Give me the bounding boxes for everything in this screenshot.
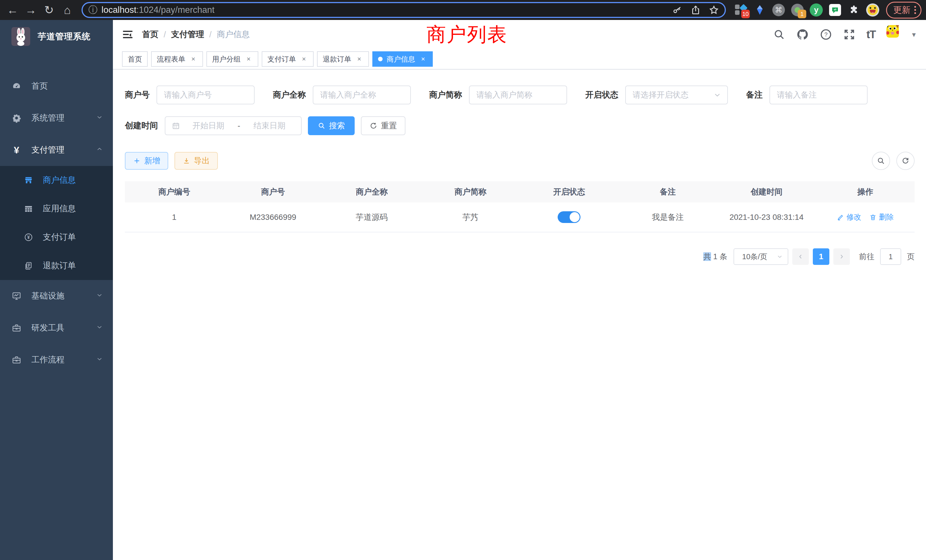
tab-home[interactable]: 首页 (122, 51, 148, 67)
browser-menu-icon[interactable] (914, 6, 916, 14)
close-icon[interactable]: × (300, 55, 308, 63)
document-copy-icon (23, 260, 34, 271)
sidebar-item-merchant-info[interactable]: 商户信息 (0, 166, 113, 194)
export-button[interactable]: 导出 (174, 152, 218, 170)
close-icon[interactable]: × (355, 55, 363, 63)
address-bar[interactable]: ⓘ localhost:1024/pay/merchant (82, 2, 726, 18)
close-icon[interactable]: × (189, 55, 197, 63)
search-button[interactable]: 搜索 (308, 117, 355, 135)
start-date-placeholder: 开始日期 (183, 120, 233, 131)
tab-pay-order[interactable]: 支付订单 × (262, 51, 313, 67)
refresh-icon (369, 122, 377, 130)
pencil-icon (837, 213, 844, 221)
tab-process-form[interactable]: 流程表单 × (151, 51, 203, 67)
goto-unit: 页 (907, 251, 915, 262)
grid-table-icon (23, 204, 34, 214)
breadcrumb-separator: / (209, 30, 212, 39)
remark-input[interactable] (770, 86, 867, 104)
sidebar-item-workflow[interactable]: 工作流程 (0, 344, 113, 376)
chevron-left-icon (797, 253, 804, 260)
merchant-no-input[interactable] (156, 86, 254, 104)
filter-label-create-time: 创建时间 (125, 120, 158, 132)
add-button[interactable]: 新增 (125, 152, 168, 170)
monitor-chart-icon (11, 291, 22, 301)
browser-back-icon[interactable]: ← (5, 2, 21, 18)
goto-page-input[interactable] (880, 248, 901, 265)
extension-yuque-icon[interactable]: y (809, 3, 823, 17)
chevron-down-icon (713, 91, 722, 99)
sidebar-item-home[interactable]: 首页 (0, 70, 113, 102)
url-text[interactable]: localhost:1024/pay/merchant (101, 5, 214, 15)
cell-created-at: 2021-10-23 08:31:14 (717, 203, 816, 232)
search-icon[interactable] (773, 28, 785, 41)
app-logo[interactable]: 芋道管理系统 (0, 20, 113, 53)
full-name-input[interactable] (313, 86, 411, 104)
tab-merchant-info[interactable]: 商户信息 × (372, 51, 433, 67)
sidebar-item-refund-order[interactable]: 退款订单 (0, 251, 113, 280)
sidebar-menu: 首页 系统管理 ¥ 支付管理 (0, 70, 113, 376)
y-glyph: y (814, 5, 819, 15)
cell-short-name: 芋艿 (421, 203, 520, 232)
extensions-puzzle-icon[interactable] (847, 3, 861, 17)
sidebar-item-label: 商户信息 (43, 174, 76, 186)
sidebar-item-pay[interactable]: ¥ 支付管理 (0, 134, 113, 166)
extensions-strip: 10 ⌘ 1 y (732, 3, 882, 17)
github-icon[interactable] (796, 28, 809, 41)
browser-home-icon[interactable]: ⌂ (59, 2, 75, 18)
yen-icon: ¥ (11, 145, 22, 155)
page-number-1[interactable]: 1 (813, 248, 829, 265)
browser-forward-icon[interactable]: → (23, 2, 39, 18)
extension-status-icon[interactable]: 1 (791, 3, 804, 17)
close-icon[interactable]: × (245, 55, 253, 63)
extension-command-icon[interactable]: ⌘ (772, 3, 785, 17)
browser-update-button[interactable]: 更新 (886, 2, 921, 18)
command-glyph: ⌘ (775, 6, 782, 15)
extension-chat-icon[interactable] (829, 3, 841, 17)
chevron-down-icon (96, 291, 103, 301)
password-key-icon[interactable] (672, 5, 682, 15)
store-icon (23, 175, 34, 185)
user-avatar[interactable] (887, 25, 905, 44)
tab-user-group[interactable]: 用户分组 × (206, 51, 258, 67)
status-toggle[interactable] (558, 211, 581, 223)
short-name-input[interactable] (469, 86, 567, 104)
edit-button[interactable]: 修改 (837, 212, 861, 222)
sidebar-item-infra[interactable]: 基础设施 (0, 280, 113, 312)
help-icon[interactable]: ? (820, 28, 832, 41)
col-remark: 备注 (618, 182, 717, 203)
page-size-select[interactable]: 10条/页 (734, 248, 788, 265)
sidebar-item-app-info[interactable]: 应用信息 (0, 194, 113, 223)
sidebar-item-dev-tools[interactable]: 研发工具 (0, 312, 113, 344)
refresh-table-button[interactable] (896, 152, 915, 170)
next-page-button[interactable] (833, 248, 850, 265)
hamburger-icon[interactable] (121, 28, 134, 41)
filter-label-merchant-no: 商户号 (125, 89, 150, 101)
caret-down-icon[interactable]: ▾ (912, 30, 916, 39)
sidebar-item-system[interactable]: 系统管理 (0, 102, 113, 134)
browser-reload-icon[interactable]: ↻ (41, 2, 57, 18)
share-icon[interactable] (690, 5, 701, 15)
status-select[interactable]: 请选择开启状态 (625, 86, 728, 104)
reset-button-label: 重置 (381, 120, 397, 131)
reset-button[interactable]: 重置 (361, 117, 406, 135)
chevron-down-icon (96, 114, 103, 123)
edit-label: 修改 (846, 212, 861, 222)
bookmark-star-icon[interactable] (709, 5, 719, 15)
font-size-icon[interactable]: tT (866, 29, 876, 41)
fullscreen-icon[interactable] (843, 28, 856, 41)
close-icon[interactable]: × (419, 55, 427, 63)
sidebar-item-pay-order[interactable]: ¥ 支付订单 (0, 223, 113, 251)
breadcrumb-pay[interactable]: 支付管理 (171, 29, 204, 40)
filter-label-status: 开启状态 (585, 89, 618, 101)
prev-page-button[interactable] (792, 248, 809, 265)
toggle-search-button[interactable] (872, 152, 890, 170)
extension-emoji-icon[interactable] (866, 3, 879, 17)
sidebar-item-label: 退款订单 (43, 260, 76, 271)
site-info-icon[interactable]: ⓘ (88, 4, 97, 16)
create-time-range-picker[interactable]: 开始日期 - 结束日期 (165, 117, 302, 135)
delete-button[interactable]: 删除 (869, 212, 894, 222)
breadcrumb-home[interactable]: 首页 (142, 29, 159, 40)
tab-refund-order[interactable]: 退款订单 × (317, 51, 369, 67)
extension-counter-icon[interactable]: 10 (734, 3, 747, 17)
extension-kite-icon[interactable] (753, 3, 766, 17)
